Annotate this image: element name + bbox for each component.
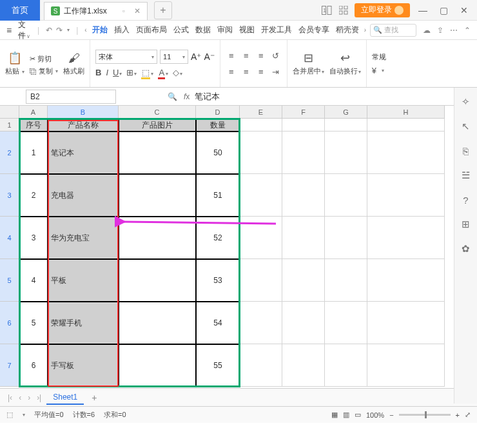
row-header-5[interactable]: 5 [0, 259, 19, 302]
cell-B5[interactable]: 平板 [48, 259, 119, 302]
cell-F2[interactable] [282, 131, 325, 174]
cell-F5[interactable] [282, 259, 325, 302]
sheet-tab-active[interactable]: Sheet1 [46, 391, 84, 405]
row-header-2[interactable]: 2 [0, 131, 19, 174]
fontsize-select[interactable]: 11▾ [160, 50, 188, 64]
new-tab-button[interactable]: + [154, 1, 172, 19]
menu-tab-member[interactable]: 会员专享 [297, 24, 331, 35]
cell-C2[interactable] [119, 131, 196, 174]
view-reading-icon[interactable]: ▭ [355, 411, 361, 419]
border-button[interactable]: ⊞▾ [126, 68, 137, 77]
menu-tab-insert[interactable]: 插入 [113, 24, 131, 35]
currency-button[interactable]: ¥ [372, 66, 376, 75]
cell-F4[interactable] [282, 217, 325, 259]
col-header-B[interactable]: B [48, 106, 119, 119]
cell-C4[interactable] [119, 217, 196, 259]
sidebar-assistant-icon[interactable]: ✧ [460, 95, 472, 108]
cell-H5[interactable] [367, 259, 445, 302]
cell-D5[interactable]: 53 [196, 259, 240, 302]
cell-D3[interactable]: 51 [196, 174, 240, 217]
menu-scroll-left[interactable]: ‹ [84, 26, 86, 34]
underline-button[interactable]: U▾ [113, 68, 122, 77]
cell-B6[interactable]: 荣耀手机 [48, 302, 119, 344]
cell-A5[interactable]: 4 [19, 259, 48, 302]
cell-H4[interactable] [367, 217, 445, 259]
cell-G7[interactable] [325, 344, 367, 387]
col-header-C[interactable]: C [119, 106, 196, 119]
sidebar-template-icon[interactable]: ⊞ [460, 218, 472, 231]
window-minimize[interactable]: — [415, 3, 431, 18]
align-bottom-icon[interactable]: ≡ [258, 51, 264, 61]
zoom-level[interactable]: 100% [366, 411, 384, 419]
col-header-D[interactable]: D [196, 106, 240, 119]
clear-format-button[interactable]: ◇▾ [173, 68, 182, 77]
align-middle-icon[interactable]: ≡ [244, 51, 249, 61]
cell-D4[interactable]: 52 [196, 217, 240, 259]
sidebar-help-icon[interactable]: ? [460, 193, 472, 206]
cell-A6[interactable]: 5 [19, 302, 48, 344]
status-settings-icon[interactable]: ⬚ [6, 411, 13, 419]
increase-font-icon[interactable]: A⁺ [191, 52, 201, 62]
share-icon[interactable]: ⇪ [437, 26, 443, 35]
cell-B4[interactable]: 华为充电宝 [48, 217, 119, 259]
cell-F7[interactable] [282, 344, 325, 387]
cell-C3[interactable] [119, 174, 196, 217]
cloud-icon[interactable]: ☁ [423, 26, 431, 35]
cell-A2[interactable]: 1 [19, 131, 48, 174]
sheet-nav-first[interactable]: |‹ [6, 393, 14, 402]
cell-G2[interactable] [325, 131, 367, 174]
cell-H1[interactable] [367, 119, 445, 131]
cell-F1[interactable] [282, 119, 325, 131]
apps-icon[interactable] [338, 5, 349, 16]
cell-A1[interactable]: 序号 [19, 119, 48, 131]
cell-E3[interactable] [240, 174, 282, 217]
cell-G4[interactable] [325, 217, 367, 259]
add-sheet-button[interactable]: + [92, 393, 97, 403]
cell-B1[interactable]: 产品名称 [48, 119, 119, 131]
cell-E4[interactable] [240, 217, 282, 259]
cell-C6[interactable] [119, 302, 196, 344]
sidebar-clipboard-icon[interactable]: ⎘ [460, 144, 472, 157]
tab-workbook[interactable]: S 工作簿1.xlsx ▫ ✕ [44, 2, 148, 20]
col-header-G[interactable]: G [325, 106, 367, 119]
cell-B7[interactable]: 手写板 [48, 344, 119, 387]
sidebar-property-icon[interactable]: ☱ [460, 169, 472, 182]
spreadsheet-grid[interactable]: ABCDEFGH 1234567 序号产品名称产品图片数量1笔记本502充电器5… [0, 106, 477, 388]
cell-D6[interactable]: 54 [196, 302, 240, 344]
more-icon[interactable]: ⋯ [450, 26, 458, 35]
close-tab-icon[interactable]: ✕ [134, 6, 141, 15]
layout-icon[interactable]: 1 [321, 5, 333, 16]
row-header-6[interactable]: 6 [0, 302, 19, 344]
row-header-4[interactable]: 4 [0, 217, 19, 259]
menu-tab-pagelayout[interactable]: 页面布局 [135, 24, 168, 35]
indent-icon[interactable]: ⇥ [272, 67, 279, 77]
cell-F3[interactable] [282, 174, 325, 217]
cell-F6[interactable] [282, 302, 325, 344]
tab-menu-icon[interactable]: ▫ [122, 6, 125, 15]
menu-tab-review[interactable]: 审阅 [216, 24, 234, 35]
fullscreen-icon[interactable]: ⤢ [465, 411, 471, 419]
menu-scroll-right[interactable]: › [364, 26, 366, 34]
cell-G5[interactable] [325, 259, 367, 302]
font-color-button[interactable]: A▾ [158, 68, 168, 77]
cell-C7[interactable] [119, 344, 196, 387]
cell-E6[interactable] [240, 302, 282, 344]
number-format-select[interactable]: 常规 [372, 52, 386, 62]
tab-home[interactable]: 首页 [0, 0, 40, 21]
menu-tab-view[interactable]: 视图 [238, 24, 256, 35]
decrease-font-icon[interactable]: A⁻ [204, 52, 214, 62]
menu-file[interactable]: 文件∨ [18, 19, 31, 41]
orientation-icon[interactable]: ↺ [272, 51, 279, 61]
col-header-H[interactable]: H [367, 106, 445, 119]
redo-icon[interactable]: ↷ [56, 26, 63, 35]
wrap-button[interactable]: ↩ 自动换行▾ [329, 51, 361, 76]
cell-D1[interactable]: 数量 [196, 119, 240, 131]
cell-D7[interactable]: 55 [196, 344, 240, 387]
login-button[interactable]: 立即登录 [355, 3, 410, 17]
menu-tab-devtools[interactable]: 开发工具 [260, 24, 293, 35]
copy-button[interactable]: ⿻复制▾ [30, 66, 58, 76]
align-center-icon[interactable]: ≡ [244, 67, 249, 77]
view-pagebreak-icon[interactable]: ▥ [343, 411, 349, 419]
cell-E1[interactable] [240, 119, 282, 131]
font-select[interactable]: 宋体▾ [95, 50, 157, 64]
